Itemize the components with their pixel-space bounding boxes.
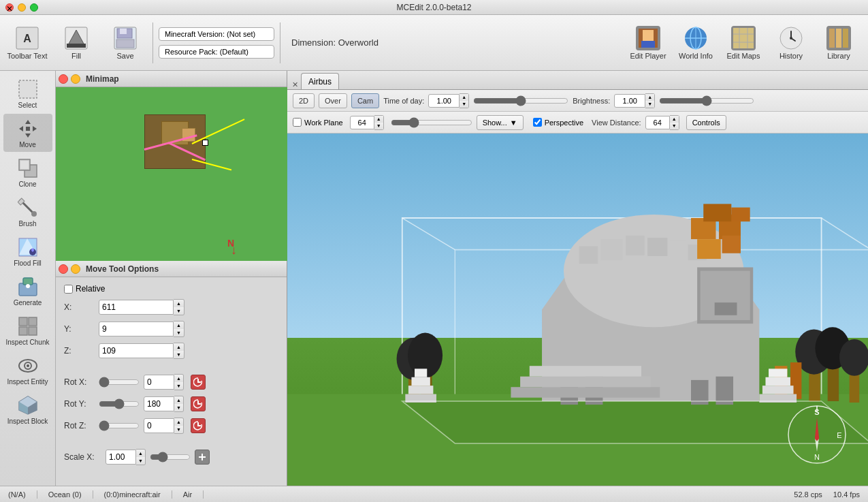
y-input[interactable] [99,321,174,336]
inspect-block-icon [17,394,39,416]
view-distance-spin-up[interactable]: ▲ [670,116,679,123]
z-label: Z: [64,346,95,356]
rot-z-spin-up[interactable]: ▲ [174,418,183,426]
y-spin-up[interactable]: ▲ [174,321,184,329]
library-button[interactable]: Library [815,19,863,67]
rot-z-input[interactable] [144,418,174,433]
svg-marker-32 [25,120,31,124]
resource-pack-dropdown[interactable]: Resource Pack: (Default) [159,45,274,59]
rot-x-reset-button[interactable] [191,375,206,390]
rot-y-spin-up[interactable]: ▲ [174,396,183,404]
relative-checkbox[interactable] [64,285,73,294]
edit-maps-button[interactable]: Edit Maps [720,19,767,67]
scale-x-row: Scale X: ▲ ▼ [64,449,278,465]
work-plane-spin-up[interactable]: ▲ [374,116,383,123]
view-cam-button[interactable]: Cam [351,93,379,108]
fill-button[interactable]: Fill [54,19,98,67]
time-of-day-input[interactable] [428,94,460,108]
x-spin-up[interactable]: ▲ [174,300,184,307]
rot-y-reset-button[interactable] [191,396,206,411]
view-over-button[interactable]: Over [319,93,347,108]
rot-x-spin-up[interactable]: ▲ [174,375,183,382]
edit-player-button[interactable]: Edit Player [624,19,672,67]
perspective-checkbox[interactable] [533,118,542,127]
inspect-block-tool[interactable]: Inspect Block [3,390,52,428]
work-plane-spin-down[interactable]: ▼ [374,123,383,129]
time-of-day-spin-down[interactable]: ▼ [460,101,468,108]
options-close-button[interactable]: ✕ [59,264,68,274]
minimap-canvas[interactable]: N ↓ [56,87,287,261]
scale-x-spin-up[interactable]: ▲ [136,450,145,457]
rot-y-slider[interactable] [99,399,140,409]
rot-z-spin-down[interactable]: ▼ [174,426,183,433]
history-button[interactable]: History [767,19,815,67]
right-toolbar-group: Edit Player World Info [624,19,863,67]
generate-tool[interactable]: Generate [3,272,52,310]
toolbar-text-icon: A [15,26,39,50]
minimap-minimize-button[interactable] [71,74,80,84]
rot-x-input[interactable] [144,375,174,390]
scale-x-icon-button[interactable] [195,450,210,465]
z-input[interactable] [99,343,174,358]
tab-airbus[interactable]: Airbus [301,73,339,89]
rot-x-slider[interactable] [99,377,140,387]
z-spin-down[interactable]: ▼ [174,351,184,358]
world-info-button[interactable]: World Info [672,19,720,67]
view-controls-row2: Work Plane ▲ ▼ Show... ▼ Perspective Vie… [287,112,868,134]
z-spin-up[interactable]: ▲ [174,343,184,351]
time-of-day-spin-up[interactable]: ▲ [460,94,468,101]
show-button[interactable]: Show... ▼ [477,115,524,130]
minimize-button[interactable] [18,3,26,12]
scale-x-slider[interactable] [150,452,191,462]
view-controls-row1: 2D Over Cam Time of day: ▲ ▼ Brightness:… [287,90,868,112]
svg-rect-11 [643,30,654,41]
rot-z-slider[interactable] [99,421,140,430]
history-icon [779,26,803,50]
rot-y-spin-down[interactable]: ▼ [174,404,183,411]
brightness-input-group: ▲ ▼ [614,93,655,108]
tab-close-btn[interactable]: ✕ [290,80,300,89]
svg-rect-29 [836,29,841,48]
move-tool[interactable]: Move [3,114,52,152]
brightness-input[interactable] [614,94,645,108]
minimap-close-button[interactable]: ✕ [59,74,68,84]
edit-maps-icon [731,26,756,50]
time-of-day-slider[interactable] [473,96,568,106]
brightness-spin-down[interactable]: ▼ [645,101,654,108]
3d-viewport[interactable]: S N E [287,134,868,486]
work-plane-input[interactable] [350,116,374,129]
scale-x-input[interactable] [106,450,136,465]
scale-x-spin-down[interactable]: ▼ [136,457,145,465]
rot-z-reset-button[interactable] [191,418,206,433]
work-plane-checkbox-label: Work Plane [293,118,343,127]
rot-y-input[interactable] [144,396,174,411]
minecraft-version-dropdown[interactable]: Minecraft Version: (Not set) [159,27,274,41]
rot-z-input-group: ▲ ▼ [144,418,184,434]
clone-tool[interactable]: Clone [3,153,52,191]
save-button[interactable]: Save [103,19,147,67]
inspect-chunk-tool[interactable]: Inspect Chunk [3,311,52,349]
controls-button[interactable]: Controls [686,115,726,130]
view-2d-button[interactable]: 2D [293,93,315,108]
y-spin-down[interactable]: ▼ [174,329,184,336]
close-button[interactable]: ✕ [5,3,14,12]
brush-tool[interactable]: Brush [3,193,52,231]
brightness-spin-up[interactable]: ▲ [645,94,654,101]
select-tool[interactable]: Select [3,74,52,112]
maximize-button[interactable] [30,3,38,12]
svg-text:A: A [23,33,31,44]
toolbar-text-button[interactable]: A Toolbar Text [5,19,49,67]
status-fps: 10.4 fps [833,490,860,499]
work-plane-checkbox[interactable] [293,118,302,127]
inspect-entity-tool[interactable]: Inspect Entity [3,351,52,389]
x-spin-down[interactable]: ▼ [174,307,184,315]
view-distance-spin-down[interactable]: ▼ [670,123,679,129]
rot-x-spin-down[interactable]: ▼ [174,382,183,390]
status-biome: Ocean (0) [48,490,93,499]
options-minimize-button[interactable] [71,264,80,274]
flood-fill-tool[interactable]: Flood Fill [3,232,52,270]
x-input[interactable] [99,300,174,315]
brightness-slider[interactable] [659,96,754,106]
view-distance-input[interactable] [645,116,670,129]
work-plane-slider[interactable] [391,118,472,127]
